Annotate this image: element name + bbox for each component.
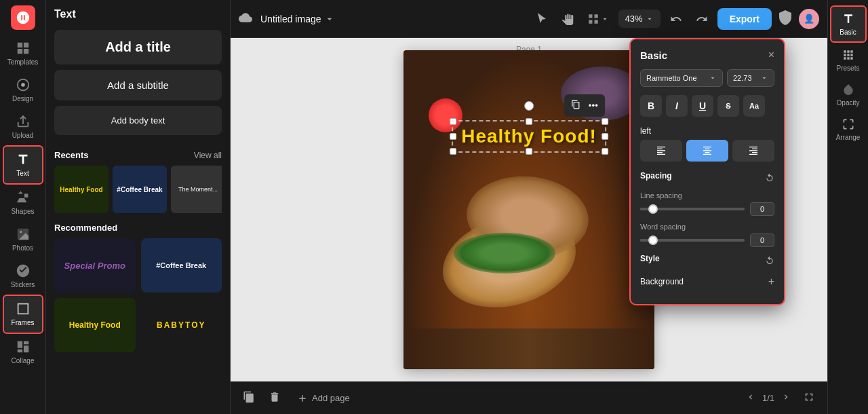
recommended-card-3[interactable]: Healthy Food [54, 298, 136, 352]
basic-panel-header: Basic × [640, 49, 774, 61]
wood-board-shape [403, 328, 654, 369]
copy-to-clipboard-button[interactable] [568, 97, 583, 114]
recent-card-3[interactable]: The Moment... [171, 166, 222, 213]
svg-point-2 [20, 231, 22, 233]
word-spacing-value[interactable]: 0 [750, 233, 774, 247]
word-spacing-row: 0 [640, 233, 774, 247]
line-spacing-value[interactable]: 0 [750, 202, 774, 216]
canvas-text-content: Healthy Food! [461, 126, 597, 147]
handle-middle-left[interactable] [450, 133, 456, 140]
rotate-handle[interactable] [524, 101, 534, 111]
spacing-label: Spacing [640, 171, 672, 181]
style-reset-button[interactable] [765, 256, 774, 267]
recommended-grid: Special Promo #Coffee Break Healthy Food… [54, 238, 222, 352]
user-avatar[interactable]: 👤 [799, 9, 819, 29]
font-family-selector[interactable]: Rammetto One [640, 69, 723, 87]
right-panel-presets[interactable]: Presets [830, 43, 867, 77]
word-spacing-label: Word spacing [640, 223, 774, 231]
recents-label: Recents [54, 150, 89, 160]
case-button[interactable]: Aa [743, 95, 765, 117]
handle-bottom-left[interactable] [450, 148, 456, 155]
panel-title: Text [54, 8, 222, 20]
canvas-toolbar: ••• [564, 94, 605, 117]
zoom-control[interactable]: 43% [618, 10, 660, 28]
underline-button[interactable]: U [692, 95, 713, 117]
text-panel: Text Add a title Add a subtitle Add body… [46, 0, 231, 414]
add-title-button[interactable]: Add a title [54, 30, 222, 64]
canvas[interactable]: ••• Healthy Food! [403, 50, 654, 369]
handle-top-left[interactable] [450, 118, 456, 125]
cloud-icon [239, 11, 252, 27]
align-center-button[interactable] [686, 140, 728, 162]
format-row: B I U S Aa [640, 95, 774, 117]
spacing-reset-button[interactable] [765, 173, 774, 185]
sidebar-item-photos[interactable]: Photos [3, 221, 43, 258]
recommended-card-1[interactable]: Special Promo [54, 238, 136, 293]
hand-tool-button[interactable] [557, 9, 578, 29]
delete-page-button[interactable] [264, 387, 285, 409]
handle-top-right[interactable] [601, 118, 608, 125]
line-spacing-slider[interactable] [640, 208, 745, 210]
main-area: Untitled image 43% Export 👤 [231, 0, 827, 414]
redo-button[interactable] [692, 9, 712, 29]
background-row: Background + [640, 276, 774, 288]
right-panel: Basic Presets Opacity Arrange [827, 0, 868, 414]
prev-page-button[interactable] [743, 390, 758, 407]
handle-middle-right[interactable] [601, 133, 608, 140]
handle-top-middle[interactable] [526, 118, 532, 125]
page-navigation: 1/1 [743, 390, 793, 407]
fit-to-screen-button[interactable] [799, 387, 819, 409]
right-panel-basic[interactable]: Basic [830, 5, 867, 43]
right-panel-arrange[interactable]: Arrange [830, 112, 867, 147]
align-left-button[interactable] [640, 140, 682, 162]
font-size-selector[interactable]: 22.73 [727, 69, 774, 87]
bottom-bar: Add page 1/1 [231, 381, 827, 414]
sidebar-item-templates[interactable]: Templates [3, 35, 43, 72]
sidebar-item-stickers[interactable]: Stickers [3, 258, 43, 295]
recents-section-header: Recents View all [54, 150, 222, 160]
recommended-card-4[interactable]: BABYTOY [141, 298, 222, 352]
bold-button[interactable]: B [640, 95, 662, 117]
handle-bottom-middle[interactable] [526, 148, 532, 155]
sidebar-item-collage[interactable]: Collage [3, 334, 43, 371]
select-tool-button[interactable] [532, 9, 552, 29]
sidebar-item-text[interactable]: Text [3, 145, 43, 185]
add-page-button[interactable]: Add page [290, 389, 357, 408]
recent-card-2[interactable]: #Coffee Break [113, 166, 167, 213]
basic-panel: Basic × Rammetto One 22.73 B I U S Aa le… [629, 38, 785, 305]
line-spacing-row: 0 [640, 202, 774, 216]
sidebar-item-frames[interactable]: Frames [3, 295, 43, 334]
alignment-row [640, 140, 774, 162]
text-element[interactable]: ••• Healthy Food! [452, 120, 606, 153]
spacing-header: Spacing [640, 171, 774, 186]
duplicate-page-button[interactable] [239, 387, 259, 409]
right-panel-opacity[interactable]: Opacity [830, 77, 867, 112]
word-spacing-slider[interactable] [640, 239, 745, 242]
background-label: Background [640, 277, 684, 286]
taco-greens [454, 233, 555, 274]
strikethrough-button[interactable]: S [717, 95, 739, 117]
align-right-button[interactable] [732, 140, 774, 162]
sidebar-item-design[interactable]: Design [3, 72, 43, 109]
view-all-button[interactable]: View all [194, 151, 222, 160]
add-body-button[interactable]: Add body text [54, 106, 222, 135]
export-button[interactable]: Export [717, 8, 772, 30]
sidebar-item-upload[interactable]: Upload [3, 109, 43, 145]
undo-button[interactable] [666, 9, 686, 29]
recommended-card-2[interactable]: #Coffee Break [141, 238, 222, 293]
frame-tool-button[interactable] [583, 9, 613, 29]
add-subtitle-button[interactable]: Add a subtitle [54, 70, 222, 100]
close-panel-button[interactable]: × [768, 49, 774, 61]
italic-button[interactable]: I [666, 95, 688, 117]
svg-point-0 [21, 83, 25, 87]
recommended-section-header: Recommended [54, 223, 222, 233]
background-add-button[interactable]: + [768, 276, 774, 288]
next-page-button[interactable] [778, 390, 793, 407]
doc-title[interactable]: Untitled image [260, 14, 335, 24]
handle-bottom-right[interactable] [601, 148, 608, 155]
sidebar-item-shapes[interactable]: Shapes [3, 185, 43, 221]
more-options-button[interactable]: ••• [586, 97, 601, 114]
recent-card-1[interactable]: Healthy Food [54, 166, 108, 213]
basic-panel-title: Basic [640, 50, 667, 61]
shield-button[interactable] [777, 10, 793, 28]
